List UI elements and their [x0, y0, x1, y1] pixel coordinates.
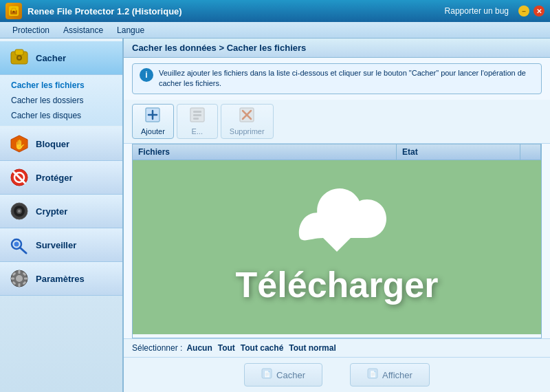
delete-icon — [239, 107, 254, 126]
parametres-icon — [8, 268, 30, 290]
toolbar: Ajouter E... — [124, 100, 550, 144]
cacher-btn-icon: 📄 — [261, 368, 272, 382]
select-label: Sélectionner : — [132, 343, 182, 353]
minimize-button[interactable]: – — [518, 6, 529, 17]
crypter-label: Crypter — [36, 206, 67, 217]
sidebar-item-parametres[interactable]: Paramètres — [0, 262, 122, 296]
sidebar-sub-cacher-disques[interactable]: Cacher les disques — [0, 108, 122, 123]
svg-rect-24 — [11, 278, 14, 280]
cacher-button[interactable]: 📄 Cacher — [244, 363, 322, 386]
cacher-icon — [8, 47, 30, 69]
bloquer-label: Bloquer — [36, 139, 69, 149]
sidebar-item-surveiller[interactable]: Surveiller — [0, 228, 122, 262]
parametres-label: Paramètres — [36, 274, 85, 284]
add-icon — [145, 107, 160, 126]
svg-point-16 — [18, 210, 21, 213]
edit-label: E... — [192, 127, 204, 135]
menu-langue[interactable]: Langue — [110, 24, 151, 36]
bloquer-icon: ✋ — [8, 133, 30, 155]
select-aucun[interactable]: Aucun — [186, 343, 212, 353]
sidebar-item-cacher[interactable]: Cacher — [0, 41, 122, 75]
svg-rect-35 — [193, 114, 201, 116]
close-button[interactable]: ✕ — [534, 6, 544, 17]
th-etat: Etat — [397, 144, 520, 160]
select-bar: Sélectionner : Aucun Tout Tout caché Tou… — [124, 338, 550, 357]
add-label: Ajouter — [141, 127, 165, 135]
select-tout[interactable]: Tout — [218, 343, 235, 353]
proteger-icon — [8, 166, 30, 188]
action-buttons: 📄 Cacher 📄 Afficher — [124, 357, 550, 392]
bug-report-link[interactable]: Rapporter un bug — [445, 6, 509, 16]
afficher-btn-icon: 📄 — [367, 368, 378, 382]
file-table: Fichiers Etat Télécharger — [132, 144, 542, 338]
delete-button[interactable]: Supprimer — [221, 104, 274, 139]
cloud-download-icon — [282, 188, 392, 271]
select-tout-cache[interactable]: Tout caché — [241, 343, 283, 353]
svg-line-19 — [20, 248, 26, 253]
crypter-icon — [8, 200, 30, 222]
svg-point-7 — [18, 56, 21, 59]
delete-label: Supprimer — [230, 127, 265, 135]
cacher-sub-items: Cacher les fichiers Cacher les dossiers … — [0, 75, 122, 126]
proteger-label: Protéger — [36, 173, 72, 183]
content-area: Cacher les données > Cacher les fichiers… — [124, 39, 550, 392]
sidebar-sub-cacher-dossiers[interactable]: Cacher les dossiers — [0, 93, 122, 108]
th-fichiers: Fichiers — [133, 144, 397, 160]
th-extra — [520, 144, 541, 160]
cacher-label: Cacher — [36, 53, 66, 63]
surveiller-label: Surveiller — [36, 240, 76, 250]
select-tout-normal[interactable]: Tout normal — [289, 343, 336, 353]
sidebar: Cacher Cacher les fichiers Cacher les do… — [0, 39, 124, 392]
info-icon: i — [140, 68, 153, 82]
download-overlay[interactable]: Télécharger — [133, 160, 541, 334]
table-header: Fichiers Etat — [133, 144, 541, 160]
svg-rect-23 — [19, 283, 21, 287]
menu-protection[interactable]: Protection — [6, 24, 56, 36]
svg-rect-34 — [193, 111, 201, 113]
svg-point-3 — [13, 11, 15, 13]
svg-rect-22 — [19, 270, 21, 274]
svg-point-18 — [14, 242, 19, 247]
title-actions: Rapporter un bug – ✕ — [445, 6, 544, 17]
table-body[interactable]: Télécharger — [133, 160, 541, 334]
edit-button[interactable]: E... — [177, 104, 218, 139]
breadcrumb: Cacher les données > Cacher les fichiers — [124, 39, 550, 58]
title-bar: Renee File Protector 1.2 (Historique) Ra… — [0, 0, 550, 22]
afficher-btn-label: Afficher — [382, 370, 412, 380]
edit-icon — [190, 107, 205, 126]
afficher-button[interactable]: 📄 Afficher — [350, 363, 430, 386]
svg-point-21 — [16, 275, 23, 282]
sidebar-item-proteger[interactable]: Protéger — [0, 161, 122, 195]
main-layout: Cacher Cacher les fichiers Cacher les do… — [0, 39, 550, 392]
download-text[interactable]: Télécharger — [236, 264, 439, 305]
svg-rect-36 — [193, 118, 199, 120]
info-box: i Veuillez ajouter les fichiers dans la … — [132, 63, 542, 94]
sidebar-item-crypter[interactable]: Crypter — [0, 195, 122, 228]
add-button[interactable]: Ajouter — [132, 104, 174, 139]
svg-text:📄: 📄 — [369, 370, 377, 378]
menu-bar: Protection Assistance Langue — [0, 22, 550, 39]
svg-rect-5 — [15, 50, 23, 55]
app-logo — [6, 3, 22, 19]
app-title: Renee File Protector 1.2 (Historique) — [28, 6, 445, 17]
sidebar-section-cacher: Cacher Cacher les fichiers Cacher les do… — [0, 41, 122, 126]
svg-rect-25 — [24, 278, 28, 280]
svg-text:📄: 📄 — [263, 370, 272, 378]
menu-assistance[interactable]: Assistance — [56, 24, 110, 36]
svg-text:✋: ✋ — [14, 139, 26, 151]
cacher-btn-label: Cacher — [276, 370, 305, 380]
sidebar-sub-cacher-fichiers[interactable]: Cacher les fichiers — [0, 78, 122, 93]
sidebar-item-bloquer[interactable]: ✋ Bloquer — [0, 127, 122, 161]
info-text: Veuillez ajouter les fichiers dans la li… — [159, 68, 534, 89]
surveiller-icon — [8, 234, 30, 256]
